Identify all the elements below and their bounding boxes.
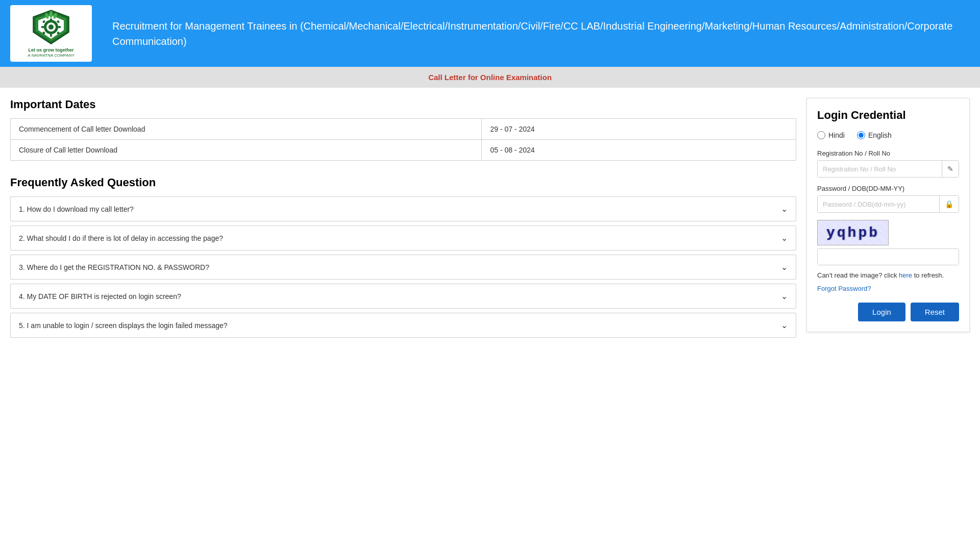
logo-tagline: Let us grow together — [28, 47, 75, 53]
captcha-help-suffix: to refresh. — [914, 271, 944, 279]
english-radio-label[interactable]: English — [857, 131, 892, 139]
registration-input[interactable] — [818, 161, 942, 177]
button-row: Login Reset — [817, 303, 959, 321]
english-label: English — [868, 131, 892, 139]
edit-icon[interactable]: ✎ — [942, 161, 959, 177]
captcha-help-text: Can't read the image? click here to refr… — [817, 270, 959, 281]
chevron-down-icon-1: ⌄ — [781, 204, 788, 214]
faq-item-2[interactable]: 2. What should I do if there is lot of d… — [10, 226, 796, 251]
dates-table: Commencement of Call letter Download 29 … — [10, 118, 796, 161]
login-panel: Login Credential Hindi English Registrat… — [806, 98, 970, 332]
table-row: Commencement of Call letter Download 29 … — [11, 119, 796, 140]
page-header: Let us grow together A NAVRATNA COMPANY … — [0, 0, 980, 67]
login-button[interactable]: Login — [858, 303, 905, 321]
lock-icon[interactable]: 🔒 — [939, 196, 959, 212]
date-label-1: Commencement of Call letter Download — [11, 119, 482, 140]
hindi-radio[interactable] — [817, 131, 825, 139]
svg-point-5 — [48, 24, 54, 30]
faq-item-3[interactable]: 3. Where do I get the REGISTRATION NO. &… — [10, 255, 796, 280]
chevron-down-icon-3: ⌄ — [781, 262, 788, 272]
captcha-input-row — [817, 248, 959, 265]
subheader-title: Call Letter for Online Examination — [428, 73, 552, 82]
header-title: Recruitment for Management Trainees in (… — [112, 18, 970, 49]
logo-container: Let us grow together A NAVRATNA COMPANY — [10, 5, 92, 62]
date-value-2: 05 - 08 - 2024 — [482, 140, 796, 161]
date-value-1: 29 - 07 - 2024 — [482, 119, 796, 140]
svg-point-16 — [50, 11, 53, 18]
hpcl-logo-icon — [31, 9, 71, 45]
login-title: Login Credential — [817, 109, 959, 122]
password-input-row: 🔒 — [817, 195, 959, 213]
english-radio[interactable] — [857, 131, 865, 139]
svg-rect-8 — [41, 26, 44, 28]
svg-rect-9 — [58, 26, 61, 28]
hindi-radio-label[interactable]: Hindi — [817, 131, 845, 139]
faq-item-1[interactable]: 1. How do I download my call letter? ⌄ — [10, 196, 796, 221]
faq-question-3: 3. Where do I get the REGISTRATION NO. &… — [19, 263, 209, 271]
navratna-label: A NAVRATNA COMPANY — [28, 53, 75, 58]
left-panel: Important Dates Commencement of Call let… — [10, 98, 796, 342]
chevron-down-icon-2: ⌄ — [781, 233, 788, 243]
faq-question-1: 1. How do I download my call letter? — [19, 205, 134, 213]
language-selection: Hindi English — [817, 131, 959, 139]
faq-item-4[interactable]: 4. My DATE OF BIRTH is rejected on login… — [10, 284, 796, 309]
subheader-bar: Call Letter for Online Examination — [0, 67, 980, 88]
faq-question-2: 2. What should I do if there is lot of d… — [19, 234, 223, 242]
captcha-input[interactable] — [818, 249, 959, 265]
faq-item-5[interactable]: 5. I am unable to login / screen display… — [10, 313, 796, 338]
password-input[interactable] — [818, 196, 939, 212]
chevron-down-icon-5: ⌄ — [781, 320, 788, 330]
faq-title: Frequently Asked Question — [10, 176, 796, 189]
faq-question-4: 4. My DATE OF BIRTH is rejected on login… — [19, 292, 181, 300]
registration-label: Registration No / Roll No — [817, 149, 959, 157]
table-row: Closure of Call letter Download 05 - 08 … — [11, 140, 796, 161]
important-dates-title: Important Dates — [10, 98, 796, 111]
chevron-down-icon-4: ⌄ — [781, 291, 788, 301]
captcha-help-prefix: Can't read the image? click — [817, 271, 897, 279]
faq-question-5: 5. I am unable to login / screen display… — [19, 321, 228, 330]
date-label-2: Closure of Call letter Download — [11, 140, 482, 161]
password-label: Password / DOB(DD-MM-YY) — [817, 185, 959, 192]
svg-rect-7 — [50, 34, 52, 37]
forgot-password-link[interactable]: Forgot Password? — [817, 285, 959, 292]
registration-input-row: ✎ — [817, 160, 959, 178]
hindi-label: Hindi — [828, 131, 845, 139]
reset-button[interactable]: Reset — [911, 303, 959, 321]
captcha-image: yqhpb — [817, 220, 889, 245]
captcha-refresh-link[interactable]: here — [899, 271, 912, 279]
main-content: Important Dates Commencement of Call let… — [0, 88, 980, 352]
svg-rect-6 — [50, 18, 52, 21]
